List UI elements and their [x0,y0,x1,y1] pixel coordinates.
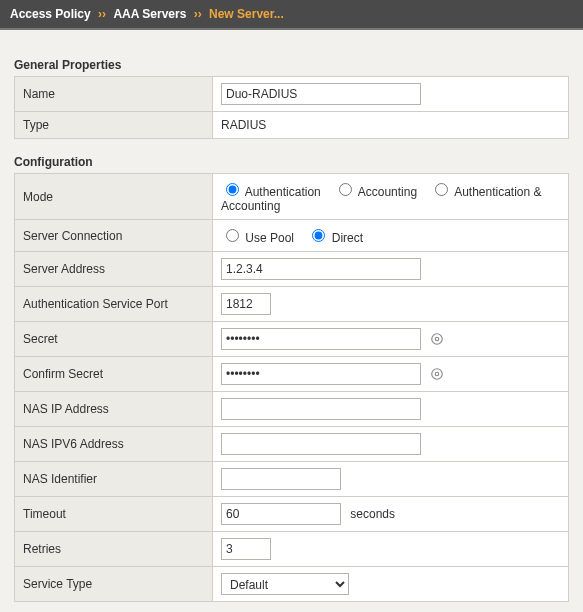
mode-radio-both[interactable] [435,183,448,196]
server-connection-option-label: Use Pool [245,231,294,245]
configuration-table: Mode Authentication Accounting Authentic… [14,173,569,602]
server-connection-option-label: Direct [332,231,363,245]
service-type-label: Service Type [15,567,213,602]
mode-radio-authentication[interactable] [226,183,239,196]
type-value: RADIUS [213,112,569,139]
nas-ipv6-field[interactable] [221,433,421,455]
auth-port-label: Authentication Service Port [15,287,213,322]
server-address-field[interactable] [221,258,421,280]
name-label: Name [15,77,213,112]
secret-field[interactable] [221,328,421,350]
section-title-configuration: Configuration [14,155,569,169]
nas-identifier-field[interactable] [221,468,341,490]
reveal-password-icon[interactable] [430,332,444,349]
mode-option-authentication[interactable]: Authentication [221,185,324,199]
server-connection-option-direct[interactable]: Direct [307,231,363,245]
breadcrumb-item[interactable]: AAA Servers [113,7,186,21]
server-connection-radio-direct[interactable] [312,229,325,242]
mode-option-label: Accounting [358,185,417,199]
timeout-label: Timeout [15,497,213,532]
server-address-label: Server Address [15,252,213,287]
retries-field[interactable] [221,538,271,560]
mode-radio-accounting[interactable] [339,183,352,196]
auth-port-field[interactable] [221,293,271,315]
svg-point-2 [432,369,443,380]
svg-point-1 [436,337,440,341]
breadcrumb-active: New Server... [209,7,284,21]
confirm-secret-label: Confirm Secret [15,357,213,392]
nas-ipv6-label: NAS IPV6 Address [15,427,213,462]
mode-option-accounting[interactable]: Accounting [334,185,420,199]
svg-point-0 [432,334,443,345]
breadcrumb-item[interactable]: Access Policy [10,7,91,21]
confirm-secret-field[interactable] [221,363,421,385]
server-connection-radio-pool[interactable] [226,229,239,242]
general-properties-table: Name Type RADIUS [14,76,569,139]
breadcrumb-separator: ›› [94,7,110,21]
breadcrumb-separator: ›› [190,7,206,21]
mode-label: Mode [15,174,213,220]
svg-point-3 [436,372,440,376]
nas-ip-field[interactable] [221,398,421,420]
server-connection-option-pool[interactable]: Use Pool [221,231,297,245]
mode-option-label: Authentication [245,185,321,199]
service-type-select[interactable]: Default [221,573,349,595]
section-title-general: General Properties [14,58,569,72]
breadcrumb: Access Policy ›› AAA Servers ›› New Serv… [0,0,583,30]
timeout-unit: seconds [350,507,395,521]
name-field[interactable] [221,83,421,105]
timeout-field[interactable] [221,503,341,525]
retries-label: Retries [15,532,213,567]
reveal-password-icon[interactable] [430,367,444,384]
nas-identifier-label: NAS Identifier [15,462,213,497]
secret-label: Secret [15,322,213,357]
nas-ip-label: NAS IP Address [15,392,213,427]
server-connection-label: Server Connection [15,220,213,252]
type-label: Type [15,112,213,139]
